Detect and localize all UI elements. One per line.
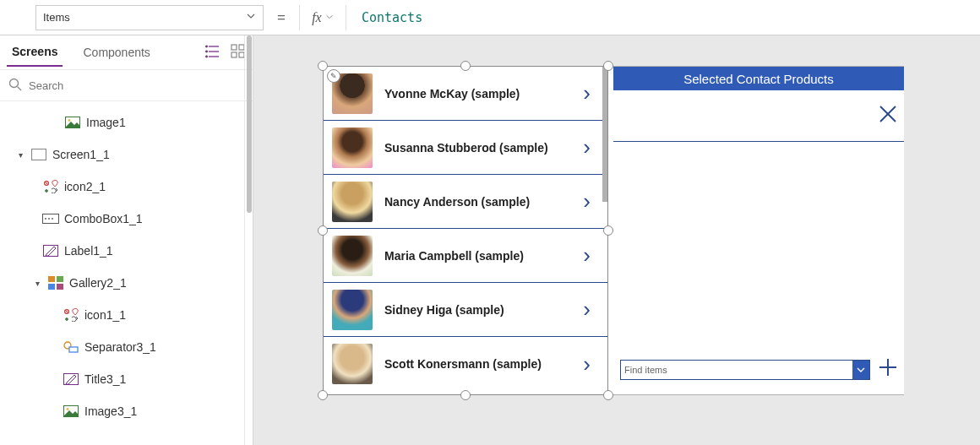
combobox-icon <box>42 212 59 225</box>
tree-item-image3-1[interactable]: Image3_1 <box>0 395 253 427</box>
label-icon <box>63 372 79 386</box>
svg-rect-8 <box>231 52 237 57</box>
tree: Image1 ▾ Screen1_1 icon2_1 ComboBox1_1 L… <box>0 101 253 445</box>
add-icon[interactable] <box>877 356 899 383</box>
tab-screens[interactable]: Screens <box>7 38 63 67</box>
tree-label: ComboBox1_1 <box>64 212 143 225</box>
resize-handle[interactable] <box>318 225 328 236</box>
search-input[interactable] <box>29 79 244 92</box>
separator-icon <box>63 340 79 354</box>
svg-point-20 <box>45 218 46 220</box>
tree-label: Image1 <box>86 116 126 129</box>
image-icon <box>63 404 79 418</box>
selection-outline: ✎ <box>323 66 608 395</box>
svg-rect-33 <box>69 347 78 352</box>
formula-input[interactable]: Contacts <box>353 5 975 30</box>
svg-point-13 <box>68 119 71 122</box>
svg-point-22 <box>52 218 53 220</box>
resize-handle[interactable] <box>460 390 471 400</box>
formula-bar: Items = fx Contacts <box>0 0 980 35</box>
tree-label: Gallery2_1 <box>69 276 127 290</box>
panel-header: Selected Contact Products <box>613 67 904 90</box>
list-view-icon[interactable] <box>205 44 220 62</box>
tree-item-separator3-1[interactable]: Separator3_1 <box>0 331 253 363</box>
scrollbar-thumb[interactable] <box>247 35 252 213</box>
svg-rect-34 <box>64 374 79 385</box>
fx-icon: fx <box>312 10 322 25</box>
combo-placeholder: Find items <box>624 365 667 375</box>
chevron-down-icon <box>325 13 334 23</box>
resize-handle[interactable] <box>460 61 471 71</box>
image-icon <box>64 116 81 129</box>
caret-down-icon: ▾ <box>15 150 25 160</box>
property-dropdown[interactable]: Items <box>35 5 264 30</box>
svg-rect-25 <box>57 276 63 282</box>
close-icon[interactable] <box>877 94 899 134</box>
tree-item-label1-1[interactable]: Label1_1 <box>0 235 253 267</box>
find-items-combobox[interactable]: Find items <box>620 360 870 380</box>
resize-handle[interactable] <box>603 390 613 400</box>
tree-item-icon2-1[interactable]: icon2_1 <box>0 171 253 203</box>
svg-point-10 <box>10 79 19 87</box>
caret-down-icon: ▾ <box>32 279 42 288</box>
tree-label: icon2_1 <box>64 180 106 193</box>
search-row <box>0 69 253 101</box>
tree-label: Label1_1 <box>64 244 113 258</box>
chevron-down-icon[interactable] <box>852 361 869 379</box>
svg-rect-27 <box>57 284 63 290</box>
tree-label: Title3_1 <box>84 372 126 386</box>
resize-handle[interactable] <box>603 225 613 236</box>
tree-label: Screen1_1 <box>52 148 110 161</box>
equals-sign: = <box>270 9 292 26</box>
tree-label: Separator3_1 <box>84 340 156 354</box>
svg-point-36 <box>67 408 69 410</box>
formula-text: Contacts <box>362 10 422 25</box>
tree-label: icon1_1 <box>84 308 126 322</box>
svg-rect-24 <box>48 276 55 282</box>
label-icon <box>42 244 59 258</box>
tree-view-pane: Screens Components Image1 <box>0 35 253 445</box>
svg-rect-26 <box>48 284 55 290</box>
svg-rect-6 <box>231 45 237 50</box>
resize-handle[interactable] <box>603 61 613 71</box>
svg-point-3 <box>206 46 208 47</box>
search-icon <box>8 78 22 94</box>
svg-point-5 <box>206 56 208 57</box>
tree-item-image1[interactable]: Image1 <box>0 106 253 138</box>
svg-point-4 <box>206 51 208 52</box>
svg-point-21 <box>48 218 50 220</box>
svg-rect-23 <box>44 246 58 257</box>
tree-item-title3-1[interactable]: Title3_1 <box>0 363 253 395</box>
gallery-icon <box>47 276 64 290</box>
group-icon <box>63 308 79 322</box>
fx-dropdown[interactable]: fx <box>299 5 346 30</box>
svg-rect-14 <box>32 149 46 160</box>
group-icon <box>42 180 59 193</box>
svg-line-16 <box>45 182 47 184</box>
screen-icon <box>30 148 47 161</box>
tree-item-screen1-1[interactable]: ▾ Screen1_1 <box>0 138 253 171</box>
svg-line-29 <box>65 310 68 312</box>
tree-item-combobox1-1[interactable]: ComboBox1_1 <box>0 203 253 235</box>
tree-item-icon1-1[interactable]: icon1_1 <box>0 299 253 331</box>
property-name: Items <box>43 11 70 24</box>
svg-line-11 <box>18 86 22 90</box>
divider <box>613 141 904 142</box>
app-screen: Yvonne McKay (sample) › Susanna Stubbero… <box>323 66 904 395</box>
resize-handle[interactable] <box>318 390 328 400</box>
canvas[interactable]: Yvonne McKay (sample) › Susanna Stubbero… <box>253 35 980 445</box>
tab-components[interactable]: Components <box>78 39 155 66</box>
edit-pencil-icon[interactable]: ✎ <box>327 69 340 83</box>
resize-handle[interactable] <box>318 61 328 71</box>
chevron-down-icon <box>246 11 256 24</box>
tree-item-gallery2-1[interactable]: ▾ Gallery2_1 <box>0 267 253 299</box>
tree-label: Image3_1 <box>84 404 137 418</box>
selected-products-panel: Selected Contact Products Find items <box>613 67 904 394</box>
